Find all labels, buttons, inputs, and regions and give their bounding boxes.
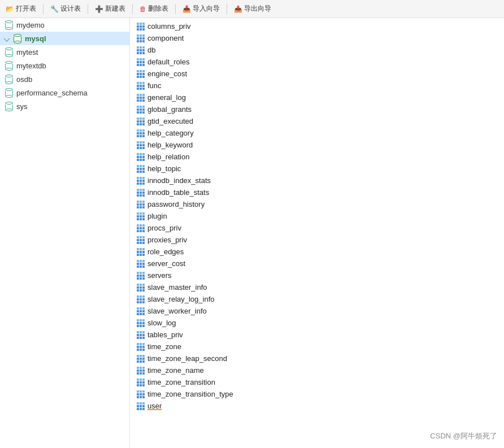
table-item-innodb_index_stats[interactable]: innodb_index_stats xyxy=(130,175,504,186)
table-item-slow_log[interactable]: slow_log xyxy=(130,317,504,329)
db-icon-mytextdb xyxy=(5,61,14,70)
table-item-time_zone_leap_second[interactable]: time_zone_leap_second xyxy=(130,353,504,364)
table-name: help_keyword xyxy=(147,141,193,149)
design-icon: 🔧 xyxy=(50,5,59,13)
table-item-engine_cost[interactable]: engine_cost xyxy=(130,68,504,80)
db-label-sys: sys xyxy=(16,102,28,111)
table-item-db[interactable]: db xyxy=(130,44,504,56)
table-item-slave_relay_log_info[interactable]: slave_relay_log_info xyxy=(130,293,504,305)
table-item-plugin[interactable]: plugin xyxy=(130,210,504,222)
table-grid-icon xyxy=(137,23,145,31)
toolbar-separator-4 xyxy=(175,4,176,14)
sidebar-item-performance-schema[interactable]: performance_schema xyxy=(0,86,129,99)
table-name: global_grants xyxy=(147,105,192,114)
table-item-default_roles[interactable]: default_roles xyxy=(130,56,504,68)
db-icon-mydemo xyxy=(5,20,14,29)
table-name: func xyxy=(147,81,162,90)
table-item-procs_priv[interactable]: procs_priv xyxy=(130,222,504,234)
toolbar-separator-3 xyxy=(132,4,133,14)
table-name: component xyxy=(147,34,184,42)
table-item-columns_priv[interactable]: columns_priv xyxy=(130,20,504,32)
table-name: innodb_table_stats xyxy=(147,188,209,197)
table-item-user[interactable]: user xyxy=(130,400,504,412)
delete-label: 删除表 xyxy=(148,4,168,14)
table-item-gtid_executed[interactable]: gtid_executed xyxy=(130,115,504,127)
table-grid-icon xyxy=(137,94,145,102)
table-grid-icon xyxy=(137,224,145,232)
table-grid-icon xyxy=(137,70,145,78)
table-item-role_edges[interactable]: role_edges xyxy=(130,246,504,258)
export-icon: 📤 xyxy=(234,5,242,13)
table-grid-icon xyxy=(137,379,145,386)
table-name: general_log xyxy=(147,93,186,102)
export-label: 导出向导 xyxy=(244,4,271,14)
table-name: time_zone_name xyxy=(147,366,204,375)
sidebar-item-mytextdb[interactable]: mytextdb xyxy=(0,59,129,72)
table-item-server_cost[interactable]: server_cost xyxy=(130,258,504,269)
table-grid-icon xyxy=(137,284,145,292)
table-list: columns_privcomponentdbdefault_rolesengi… xyxy=(130,18,504,448)
db-label-mytest: mytest xyxy=(16,48,38,56)
sidebar-item-mytest[interactable]: mytest xyxy=(0,45,129,59)
new-table-button[interactable]: ➕ 新建表 xyxy=(93,3,128,15)
export-button[interactable]: 📤 导出向导 xyxy=(232,3,273,15)
table-item-time_zone_transition[interactable]: time_zone_transition xyxy=(130,376,504,388)
table-item-general_log[interactable]: general_log xyxy=(130,92,504,103)
new-label: 新建表 xyxy=(105,4,125,14)
table-item-global_grants[interactable]: global_grants xyxy=(130,103,504,115)
table-grid-icon xyxy=(137,177,145,185)
table-grid-icon xyxy=(137,141,145,149)
table-item-help_keyword[interactable]: help_keyword xyxy=(130,139,504,151)
table-name: db xyxy=(147,46,155,54)
table-name: proxies_priv xyxy=(147,236,187,244)
table-grid-icon xyxy=(137,201,145,208)
table-item-proxies_priv[interactable]: proxies_priv xyxy=(130,234,504,246)
table-item-tables_priv[interactable]: tables_priv xyxy=(130,329,504,341)
table-name: slave_relay_log_info xyxy=(147,295,215,303)
table-grid-icon xyxy=(137,236,145,244)
sidebar-item-mysql[interactable]: mysql xyxy=(0,32,129,45)
table-grid-icon xyxy=(137,82,145,90)
table-item-help_topic[interactable]: help_topic xyxy=(130,163,504,175)
table-item-innodb_table_stats[interactable]: innodb_table_stats xyxy=(130,186,504,198)
db-label-mytextdb: mytextdb xyxy=(16,62,46,70)
table-name: role_edges xyxy=(147,247,184,256)
table-item-help_relation[interactable]: help_relation xyxy=(130,151,504,163)
table-item-help_category[interactable]: help_category xyxy=(130,127,504,139)
table-name: default_roles xyxy=(147,58,189,66)
toolbar-separator-5 xyxy=(227,4,227,14)
table-name: time_zone_transition xyxy=(147,378,215,386)
db-label-mysql: mysql xyxy=(25,34,46,43)
table-item-slave_worker_info[interactable]: slave_worker_info xyxy=(130,305,504,317)
table-item-password_history[interactable]: password_history xyxy=(130,198,504,210)
table-item-slave_master_info[interactable]: slave_master_info xyxy=(130,281,504,293)
table-item-time_zone[interactable]: time_zone xyxy=(130,341,504,353)
table-item-time_zone_name[interactable]: time_zone_name xyxy=(130,364,504,376)
sidebar-item-sys[interactable]: sys xyxy=(0,99,129,113)
sidebar-item-mydemo[interactable]: mydemo xyxy=(0,18,129,32)
table-grid-icon xyxy=(137,153,145,161)
table-grid-icon xyxy=(137,46,145,54)
table-name: servers xyxy=(147,271,172,280)
import-button[interactable]: 📥 导入向导 xyxy=(180,3,222,15)
table-item-component[interactable]: component xyxy=(130,32,504,44)
table-name: columns_priv xyxy=(147,22,191,31)
table-name: plugin xyxy=(147,212,167,220)
table-grid-icon xyxy=(137,402,145,410)
design-table-button[interactable]: 🔧 设计表 xyxy=(48,3,83,15)
open-label: 打开表 xyxy=(16,4,36,14)
open-table-button[interactable]: 📂 打开表 xyxy=(3,3,38,15)
table-grid-icon xyxy=(137,355,145,363)
delete-table-button[interactable]: 🗑 删除表 xyxy=(137,3,171,15)
db-icon-mytest xyxy=(5,47,14,56)
table-grid-icon xyxy=(137,343,145,351)
delete-icon: 🗑 xyxy=(140,5,146,13)
table-grid-icon xyxy=(137,106,145,114)
table-grid-icon xyxy=(137,272,145,280)
sidebar-item-osdb[interactable]: osdb xyxy=(0,72,129,86)
table-item-servers[interactable]: servers xyxy=(130,269,504,281)
table-item-func[interactable]: func xyxy=(130,80,504,92)
db-label-osdb: osdb xyxy=(16,75,32,84)
table-item-time_zone_transition_type[interactable]: time_zone_transition_type xyxy=(130,388,504,400)
table-grid-icon xyxy=(137,129,145,137)
